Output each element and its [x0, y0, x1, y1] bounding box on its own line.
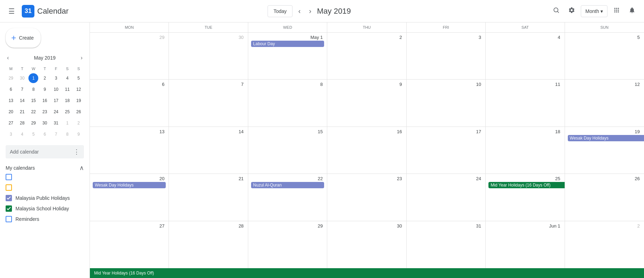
mini-cal-day[interactable]: 4: [17, 129, 27, 139]
calendar-cell[interactable]: 31: [407, 221, 486, 268]
mini-cal-day[interactable]: 5: [74, 73, 84, 83]
calendar-cell[interactable]: Jun 1: [486, 221, 565, 268]
add-calendar-more-icon[interactable]: ⋮: [73, 148, 80, 156]
mini-cal-day[interactable]: 19: [74, 96, 84, 106]
mini-cal-day[interactable]: 6: [40, 129, 50, 139]
hamburger-menu[interactable]: ☰: [6, 4, 18, 18]
calendar-cell[interactable]: 4: [486, 33, 565, 79]
calendar-cell[interactable]: 29: [90, 33, 169, 79]
next-month-button[interactable]: ›: [306, 4, 314, 18]
calendar-item[interactable]: [6, 182, 84, 193]
calendar-cell[interactable]: 19Wesak Day Holidays: [565, 127, 644, 174]
calendar-item[interactable]: [6, 172, 84, 182]
mini-cal-day[interactable]: 15: [28, 96, 38, 106]
mini-cal-day[interactable]: 7: [17, 84, 27, 94]
mini-cal-day[interactable]: 23: [40, 107, 50, 117]
calendar-cell[interactable]: 27: [90, 221, 169, 268]
calendar-cell[interactable]: 2: [565, 221, 644, 268]
section-toggle[interactable]: ∧: [79, 164, 84, 172]
calendar-cell[interactable]: 23: [327, 174, 406, 221]
mini-cal-prev[interactable]: ‹: [6, 53, 10, 62]
calendar-cell[interactable]: 25Mid Year Holidays (16 Days Off): [486, 174, 565, 221]
calendar-cell[interactable]: 17: [407, 127, 486, 174]
mini-cal-day[interactable]: 26: [74, 107, 84, 117]
mini-cal-day[interactable]: 4: [63, 73, 72, 83]
calendar-cell[interactable]: 9: [327, 80, 406, 126]
mini-cal-day[interactable]: 20: [6, 107, 16, 117]
calendar-cell[interactable]: 20Wesak Day Holidays: [90, 174, 169, 221]
calendar-cell[interactable]: 11: [486, 80, 565, 126]
today-button[interactable]: Today: [268, 5, 293, 17]
calendar-cell[interactable]: 30: [169, 33, 248, 79]
calendar-cell[interactable]: 2: [327, 33, 406, 79]
mini-cal-day[interactable]: 28: [17, 118, 27, 128]
mini-cal-day[interactable]: 30: [17, 73, 27, 83]
event-chip[interactable]: Mid Year Holidays (16 Days Off): [488, 182, 564, 188]
mini-cal-day[interactable]: 29: [6, 73, 16, 83]
mini-cal-day[interactable]: 8: [63, 129, 72, 139]
cal-checkbox[interactable]: [6, 174, 12, 180]
calendar-item[interactable]: Reminders: [6, 214, 84, 224]
settings-button[interactable]: [565, 4, 578, 18]
mini-cal-next[interactable]: ›: [79, 53, 84, 62]
calendar-item[interactable]: Malaysia School Holiday: [6, 203, 84, 214]
mini-cal-day[interactable]: 9: [40, 84, 50, 94]
calendar-cell[interactable]: 26: [565, 174, 644, 221]
mini-cal-day[interactable]: 17: [51, 96, 61, 106]
calendar-cell[interactable]: 28: [169, 221, 248, 268]
calendar-item[interactable]: Malaysia Public Holidays: [6, 193, 84, 203]
calendar-cell[interactable]: May 1Labour Day: [248, 33, 327, 79]
mini-cal-day[interactable]: 12: [74, 84, 84, 94]
mini-cal-day[interactable]: 22: [28, 107, 38, 117]
mini-cal-day[interactable]: 11: [63, 84, 72, 94]
view-selector[interactable]: Month ▾: [581, 5, 607, 17]
apps-button[interactable]: [610, 4, 623, 18]
search-button[interactable]: [550, 4, 563, 18]
mini-cal-day[interactable]: 10: [51, 84, 61, 94]
prev-month-button[interactable]: ‹: [295, 4, 303, 18]
mini-cal-day[interactable]: 5: [28, 129, 38, 139]
event-chip[interactable]: Nuzul Al-Quran: [251, 182, 324, 188]
calendar-cell[interactable]: 24: [407, 174, 486, 221]
calendar-cell[interactable]: 16: [327, 127, 406, 174]
mini-cal-day[interactable]: 3: [6, 129, 16, 139]
cal-checkbox[interactable]: [6, 205, 12, 212]
calendar-cell[interactable]: 13: [90, 127, 169, 174]
cal-checkbox[interactable]: [6, 195, 12, 201]
event-chip[interactable]: Wesak Day Holidays: [93, 182, 166, 188]
mini-cal-day[interactable]: 2: [74, 118, 84, 128]
add-calendar-row[interactable]: Add calendar ⋮: [6, 145, 84, 158]
calendar-cell[interactable]: 21: [169, 174, 248, 221]
calendar-cell[interactable]: 30: [327, 221, 406, 268]
mini-cal-day[interactable]: 9: [74, 129, 84, 139]
calendar-cell[interactable]: 10: [407, 80, 486, 126]
mini-cal-day[interactable]: 24: [51, 107, 61, 117]
cal-checkbox[interactable]: [6, 216, 12, 222]
calendar-cell[interactable]: 14: [169, 127, 248, 174]
calendar-cell[interactable]: 29: [248, 221, 327, 268]
mini-cal-day[interactable]: 25: [63, 107, 72, 117]
calendar-cell[interactable]: 7: [169, 80, 248, 126]
mini-cal-day[interactable]: 13: [6, 96, 16, 106]
mini-cal-day[interactable]: 16: [40, 96, 50, 106]
calendar-cell[interactable]: 5: [565, 33, 644, 79]
mini-cal-day[interactable]: 1: [28, 73, 38, 83]
create-button[interactable]: + Create: [6, 28, 41, 48]
calendar-cell[interactable]: 12: [565, 80, 644, 126]
mini-cal-day[interactable]: 1: [63, 118, 72, 128]
cal-checkbox[interactable]: [6, 184, 12, 191]
mini-cal-day[interactable]: 18: [63, 96, 72, 106]
mini-cal-day[interactable]: 8: [28, 84, 38, 94]
mini-cal-day[interactable]: 29: [28, 118, 38, 128]
mini-cal-day[interactable]: 14: [17, 96, 27, 106]
calendar-cell[interactable]: 18: [486, 127, 565, 174]
calendar-cell[interactable]: 6: [90, 80, 169, 126]
event-chip[interactable]: Wesak Day Holidays: [568, 135, 644, 141]
mini-cal-day[interactable]: 27: [6, 118, 16, 128]
calendar-cell[interactable]: 22Nuzul Al-Quran: [248, 174, 327, 221]
mini-cal-day[interactable]: 6: [6, 84, 16, 94]
mini-cal-day[interactable]: 7: [51, 129, 61, 139]
calendar-cell[interactable]: 15: [248, 127, 327, 174]
mini-cal-day[interactable]: 31: [51, 118, 61, 128]
mini-cal-day[interactable]: 30: [40, 118, 50, 128]
